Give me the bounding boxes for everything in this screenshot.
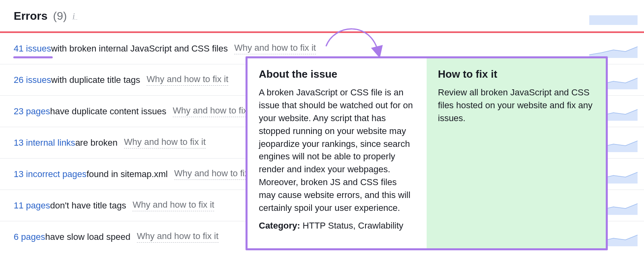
how-to-fix-body: Review all broken JavaScript and CSS fil… bbox=[438, 86, 594, 125]
sparkline bbox=[589, 11, 638, 27]
issue-description: with duplicate title tags bbox=[51, 75, 140, 85]
issue-description: don't have title tags bbox=[50, 200, 126, 211]
errors-panel: Errors (9) i 41 issues with broken inter… bbox=[0, 0, 644, 252]
issue-description: have duplicate content issues bbox=[50, 106, 167, 117]
category-value: HTTP Status, Crawlability bbox=[300, 221, 403, 231]
errors-header: Errors (9) i bbox=[0, 0, 644, 31]
issue-count-link[interactable]: 23 pages bbox=[14, 106, 50, 117]
how-to-fix-section: How to fix it Review all broken JavaScri… bbox=[427, 58, 606, 248]
why-how-fix-link[interactable]: Why and how to fix it bbox=[234, 43, 316, 54]
issue-description: have slow load speed bbox=[45, 232, 130, 242]
about-issue-body: A broken JavaScript or CSS file is an is… bbox=[259, 86, 415, 214]
highlight-underline bbox=[13, 56, 53, 58]
issue-count-link[interactable]: 13 internal links bbox=[14, 138, 75, 148]
category-label: Category: bbox=[259, 221, 300, 231]
about-issue-title: About the issue bbox=[259, 68, 415, 80]
why-how-fix-link[interactable]: Why and how to fix it bbox=[173, 105, 254, 117]
issue-description: are broken bbox=[75, 138, 118, 148]
why-how-fix-link[interactable]: Why and how to fix it bbox=[132, 200, 214, 211]
why-how-fix-link[interactable]: Why and how to fix it bbox=[137, 231, 219, 243]
issue-count-link[interactable]: 13 incorrect pages bbox=[14, 169, 87, 179]
issue-count-link[interactable]: 41 issues bbox=[14, 43, 51, 54]
errors-count: (9) bbox=[53, 10, 67, 22]
about-issue-section: About the issue A broken JavaScript or C… bbox=[248, 58, 427, 248]
issue-description: with broken internal JavaScript and CSS … bbox=[51, 43, 228, 54]
errors-title-text: Errors bbox=[14, 10, 47, 22]
issue-detail-popover: About the issue A broken JavaScript or C… bbox=[246, 56, 608, 250]
info-icon[interactable]: i bbox=[72, 12, 77, 20]
svg-rect-0 bbox=[589, 15, 638, 25]
sparkline bbox=[589, 43, 638, 58]
why-how-fix-link[interactable]: Why and how to fix it bbox=[147, 74, 228, 86]
issue-count-link[interactable]: 26 issues bbox=[14, 75, 51, 85]
why-how-fix-link[interactable]: Why and how to fix it bbox=[124, 137, 206, 148]
issue-description: found in sitemap.xml bbox=[87, 169, 168, 179]
issue-count-link[interactable]: 6 pages bbox=[14, 232, 45, 242]
issue-count-link[interactable]: 11 pages bbox=[14, 200, 50, 211]
errors-title: Errors (9) bbox=[14, 10, 67, 23]
why-how-fix-link[interactable]: Why and how to fix it bbox=[174, 168, 256, 180]
how-to-fix-title: How to fix it bbox=[438, 68, 594, 80]
issue-category: Category: HTTP Status, Crawlability bbox=[259, 219, 415, 232]
